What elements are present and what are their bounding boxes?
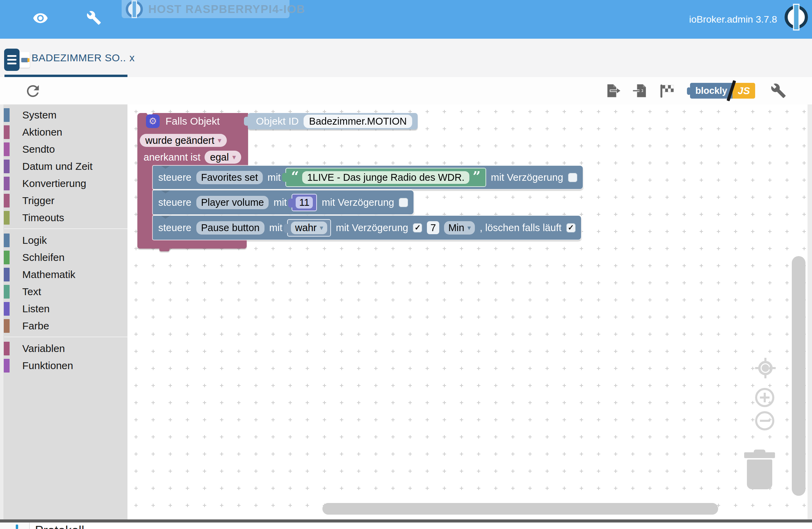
delay-checkbox[interactable]: [399, 198, 408, 207]
block-objekt-id[interactable]: Objekt ID Badezimmer.MOTION: [248, 113, 418, 129]
wrench-icon[interactable]: [86, 10, 101, 25]
log-filter-icon[interactable]: [16, 525, 18, 529]
string-value-field[interactable]: 1LIVE - Das junge Radio des WDR.: [302, 171, 469, 184]
oid-field-favorites-set[interactable]: Favorites set: [196, 171, 263, 184]
toolbox-category-system[interactable]: System: [0, 106, 127, 124]
tab-close-icon[interactable]: x: [130, 52, 135, 64]
toolbox-category-datum-und-zeit[interactable]: Datum und Zeit: [0, 158, 127, 175]
log-panel: Protokoll: [0, 522, 812, 529]
dropdown-arrow-icon: ▾: [320, 224, 323, 232]
app-root: HOST RASPBERRYPI4-IOB ioBroker.admin 3.7…: [0, 0, 812, 529]
horizontal-scrollbar[interactable]: [322, 503, 718, 515]
iobroker-logo-icon: [785, 5, 808, 29]
block-falls-objekt[interactable]: ⚙ Falls Objekt Objekt ID Badezimmer.MOTI…: [137, 113, 603, 257]
blockly-workspace[interactable]: ⚙ Falls Objekt Objekt ID Badezimmer.MOTI…: [127, 104, 812, 519]
delay-checkbox[interactable]: ✓: [413, 223, 422, 232]
block-steuere-pause-button[interactable]: steuere Pause button mit wahr▾ mit Verzö…: [153, 216, 581, 240]
app-version: ioBroker.admin 3.7.8: [689, 0, 777, 39]
next-connector-nub: [159, 249, 170, 251]
zoom-out-button[interactable]: [755, 411, 774, 430]
js-label: JS: [733, 83, 755, 99]
blockly-js-toggle[interactable]: blockly JS: [690, 83, 755, 99]
import-blocks-icon[interactable]: [632, 83, 648, 99]
block-number-value[interactable]: 11: [292, 194, 317, 211]
dropdown-arrow-icon: ▾: [232, 153, 236, 161]
toolbox-category-aktionen[interactable]: Aktionen: [0, 124, 127, 141]
toolbox-category-sendto[interactable]: Sendto: [0, 141, 127, 158]
blockly-label: blockly: [695, 86, 727, 96]
toolbox-category-listen[interactable]: Listen: [0, 300, 127, 317]
visibility-eye-icon[interactable]: [33, 10, 48, 26]
mutator-gear-icon[interactable]: ⚙: [146, 114, 160, 128]
bool-dropdown[interactable]: wahr▾: [291, 222, 327, 234]
zoom-reset-button[interactable]: [755, 358, 776, 378]
log-panel-separator: [29, 522, 30, 529]
connector-nub: [288, 199, 293, 207]
host-label: HOST RASPBERRYPI4-IOB: [148, 3, 305, 16]
export-blocks-icon[interactable]: [605, 83, 622, 99]
menu-hamburger-icon[interactable]: [4, 49, 20, 71]
host-selector[interactable]: HOST RASPBERRYPI4-IOB: [122, 0, 290, 18]
oid-field-player-volume[interactable]: Player volume: [196, 196, 269, 209]
toolbox-separator: [4, 224, 127, 229]
block-left-column[interactable]: [137, 166, 153, 240]
clear-running-checkbox[interactable]: ✓: [566, 223, 576, 232]
dropdown-arrow-icon: ▾: [467, 224, 471, 232]
active-tab-indicator: [4, 75, 127, 77]
delay-unit-dropdown[interactable]: Min▾: [444, 221, 475, 235]
tab-script[interactable]: BADEZIMMER SO..x: [32, 39, 135, 77]
trash-icon[interactable]: [744, 450, 775, 489]
toolbox-category-schleifen[interactable]: Schleifen: [0, 249, 127, 266]
toolbox-category-text[interactable]: Text: [0, 283, 127, 300]
tab-script-label: BADEZIMMER SO..: [32, 52, 126, 64]
trigger-type-dropdown[interactable]: wurde geändert▾: [140, 134, 227, 147]
top-bar: HOST RASPBERRYPI4-IOB ioBroker.admin 3.7…: [0, 0, 812, 39]
toolbox-category-variablen[interactable]: Variablen: [0, 340, 127, 357]
connector-nub: [282, 173, 286, 182]
ack-row: anerkannt ist egal▾: [144, 151, 241, 164]
refresh-icon[interactable]: [24, 82, 42, 100]
right-scroll-track: [808, 104, 812, 519]
delay-checkbox[interactable]: [568, 173, 577, 182]
toolbox-category-trigger[interactable]: Trigger: [0, 192, 127, 209]
connector-nub: [284, 224, 288, 233]
zoom-in-button[interactable]: [755, 388, 774, 407]
block-string-value[interactable]: “ 1LIVE - Das junge Radio des WDR. ”: [285, 168, 486, 187]
block-bool-value[interactable]: wahr▾: [287, 219, 331, 237]
oid-field-pause-button[interactable]: Pause button: [196, 221, 264, 235]
ack-dropdown[interactable]: egal▾: [205, 151, 241, 164]
log-panel-divider: [0, 519, 812, 522]
settings-wrench-icon[interactable]: [770, 83, 787, 99]
number-value-field[interactable]: 11: [296, 197, 313, 209]
script-toolbar: blockly JS: [0, 77, 812, 104]
objekt-id-label: Objekt ID: [256, 115, 299, 127]
toolbox-category-mathematik[interactable]: Mathematik: [0, 266, 127, 283]
toolbox-category-funktionen[interactable]: Funktionen: [0, 357, 127, 374]
vertical-scrollbar[interactable]: [792, 256, 805, 496]
tab-bar: BADEZIMMER SO..x: [0, 39, 812, 77]
toolbar-right-group: blockly JS: [605, 77, 787, 104]
check-blocks-flag-icon[interactable]: [659, 83, 675, 99]
dropdown-arrow-icon: ▾: [218, 136, 222, 144]
connector-nub: [244, 117, 248, 126]
quote-close-icon: ”: [473, 173, 481, 182]
block-bottom-bar[interactable]: [137, 240, 247, 249]
main-area: System Aktionen Sendto Datum und Zeit Ko…: [0, 104, 812, 519]
blockly-toolbox: System Aktionen Sendto Datum und Zeit Ko…: [0, 104, 127, 519]
block-steuere-favorites[interactable]: steuere Favorites set mit “ 1LIVE - Das …: [153, 166, 583, 189]
block-steuere-player-volume[interactable]: steuere Player volume mit 11 mit Verzöge…: [153, 190, 414, 214]
log-panel-title: Protokoll: [35, 524, 84, 529]
quote-open-icon: “: [291, 173, 299, 182]
block-title: Falls Objekt: [165, 113, 220, 129]
toolbox-category-logik[interactable]: Logik: [0, 232, 127, 249]
toolbox-category-konvertierung[interactable]: Konvertierung: [0, 175, 127, 192]
objekt-id-field[interactable]: Badezimmer.MOTION: [304, 115, 412, 128]
blockly-file-icon: [20, 52, 30, 68]
toolbox-separator: [4, 332, 127, 337]
iobroker-logo-icon: [126, 1, 143, 18]
delay-value-field[interactable]: 7: [427, 221, 439, 234]
